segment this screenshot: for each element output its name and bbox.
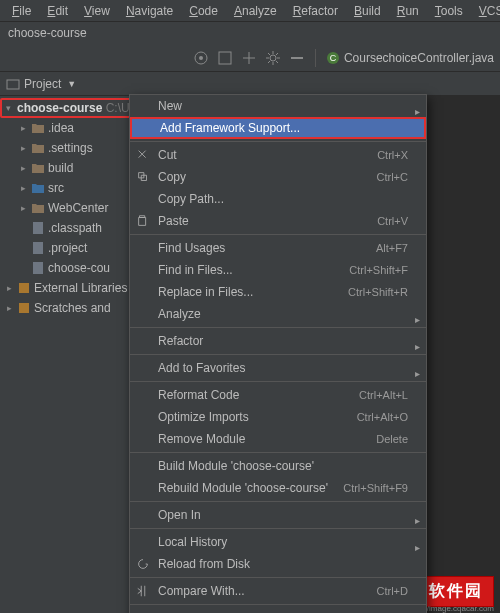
tree-root[interactable]: ▾choose-course C:\Users\Sammax\Desktop\W…	[0, 98, 139, 118]
menu-separator	[130, 354, 426, 355]
ctx-remove-module[interactable]: Remove ModuleDelete	[130, 428, 426, 450]
ctx-build-module-choose-course[interactable]: Build Module 'choose-course'	[130, 455, 426, 477]
chevron-down-icon[interactable]: ▼	[67, 79, 76, 89]
tab-label: CoursechoiceController.java	[344, 51, 494, 65]
menu-separator	[130, 528, 426, 529]
menu-separator	[130, 381, 426, 382]
menu-edit[interactable]: Edit	[39, 2, 76, 20]
ctx-copy-path[interactable]: Copy Path...	[130, 188, 426, 210]
expand-icon[interactable]	[217, 50, 233, 66]
window-title-bar: choose-course	[0, 22, 500, 44]
menu-separator	[130, 234, 426, 235]
project-tree-panel: ▾choose-course C:\Users\Sammax\Desktop\W…	[0, 96, 140, 613]
svg-rect-11	[19, 283, 29, 293]
svg-text:C: C	[330, 53, 337, 63]
java-class-icon: C	[326, 51, 340, 65]
ctx-reformat-code[interactable]: Reformat CodeCtrl+Alt+L	[130, 384, 426, 406]
tree-item[interactable]: choose-cou	[0, 258, 139, 278]
collapse-icon[interactable]	[241, 50, 257, 66]
project-panel-header: Project ▼	[0, 72, 500, 96]
svg-rect-10	[33, 262, 43, 274]
tree-item[interactable]: ▸build	[0, 158, 139, 178]
tree-item[interactable]: .classpath	[0, 218, 139, 238]
tree-external[interactable]: ▸External Libraries	[0, 278, 139, 298]
ctx-reload-from-disk[interactable]: Reload from Disk	[130, 553, 426, 575]
menu-tools[interactable]: Tools	[427, 2, 471, 20]
svg-point-3	[270, 55, 276, 61]
menu-build[interactable]: Build	[346, 2, 389, 20]
ctx-replace-in-files[interactable]: Replace in Files...Ctrl+Shift+R	[130, 281, 426, 303]
editor-tab[interactable]: C CoursechoiceController.java	[326, 51, 494, 65]
toolbar-separator	[315, 49, 316, 67]
ctx-find-in-files[interactable]: Find in Files...Ctrl+Shift+F	[130, 259, 426, 281]
ctx-find-usages[interactable]: Find UsagesAlt+F7	[130, 237, 426, 259]
ctx-copy[interactable]: CopyCtrl+C	[130, 166, 426, 188]
ctx-local-history[interactable]: Local History	[130, 531, 426, 553]
svg-rect-8	[33, 222, 43, 234]
ctx-open-module-settings[interactable]: Open Module SettingsF4	[130, 607, 426, 613]
tree-item[interactable]: ▸src	[0, 178, 139, 198]
menu-separator	[130, 604, 426, 605]
menu-vcs[interactable]: VCS	[471, 2, 500, 20]
menu-file[interactable]: File	[4, 2, 39, 20]
menu-bar: FileEditViewNavigateCodeAnalyzeRefactorB…	[0, 0, 500, 22]
ctx-cut[interactable]: CutCtrl+X	[130, 144, 426, 166]
gear-icon[interactable]	[265, 50, 281, 66]
svg-rect-6	[7, 80, 19, 89]
ctx-add-to-favorites[interactable]: Add to Favorites	[130, 357, 426, 379]
tree-item[interactable]: ▸.settings	[0, 138, 139, 158]
menu-run[interactable]: Run	[389, 2, 427, 20]
menu-navigate[interactable]: Navigate	[118, 2, 181, 20]
main-toolbar: C CoursechoiceController.java	[0, 44, 500, 72]
target-icon[interactable]	[193, 50, 209, 66]
svg-rect-9	[33, 242, 43, 254]
ctx-new[interactable]: New	[130, 95, 426, 117]
hide-icon[interactable]	[289, 50, 305, 66]
tree-scratches[interactable]: ▸Scratches and	[0, 298, 139, 318]
ctx-analyze[interactable]: Analyze	[130, 303, 426, 325]
ctx-paste[interactable]: PasteCtrl+V	[130, 210, 426, 232]
project-tree: ▾choose-course C:\Users\Sammax\Desktop\W…	[0, 96, 139, 320]
menu-refactor[interactable]: Refactor	[285, 2, 346, 20]
svg-rect-2	[219, 52, 231, 64]
svg-point-1	[199, 56, 203, 60]
ctx-optimize-imports[interactable]: Optimize ImportsCtrl+Alt+O	[130, 406, 426, 428]
tree-item[interactable]: ▸WebCenter	[0, 198, 139, 218]
menu-separator	[130, 577, 426, 578]
context-menu: NewAdd Framework Support...CutCtrl+XCopy…	[129, 94, 427, 613]
menu-analyze[interactable]: Analyze	[226, 2, 285, 20]
menu-separator	[130, 327, 426, 328]
svg-rect-12	[19, 303, 29, 313]
ctx-rebuild-module-choose-course[interactable]: Rebuild Module 'choose-course'Ctrl+Shift…	[130, 477, 426, 499]
menu-code[interactable]: Code	[181, 2, 226, 20]
project-icon	[6, 77, 20, 91]
project-panel-title: Project	[24, 77, 61, 91]
ctx-refactor[interactable]: Refactor	[130, 330, 426, 352]
tree-item[interactable]: .project	[0, 238, 139, 258]
menu-separator	[130, 141, 426, 142]
menu-view[interactable]: View	[76, 2, 118, 20]
ctx-open-in[interactable]: Open In	[130, 504, 426, 526]
menu-separator	[130, 452, 426, 453]
menu-separator	[130, 501, 426, 502]
window-title: choose-course	[8, 26, 87, 40]
ctx-compare-with[interactable]: Compare With...Ctrl+D	[130, 580, 426, 602]
ctx-add-framework-support[interactable]: Add Framework Support...	[130, 117, 426, 139]
tree-item[interactable]: ▸.idea	[0, 118, 139, 138]
